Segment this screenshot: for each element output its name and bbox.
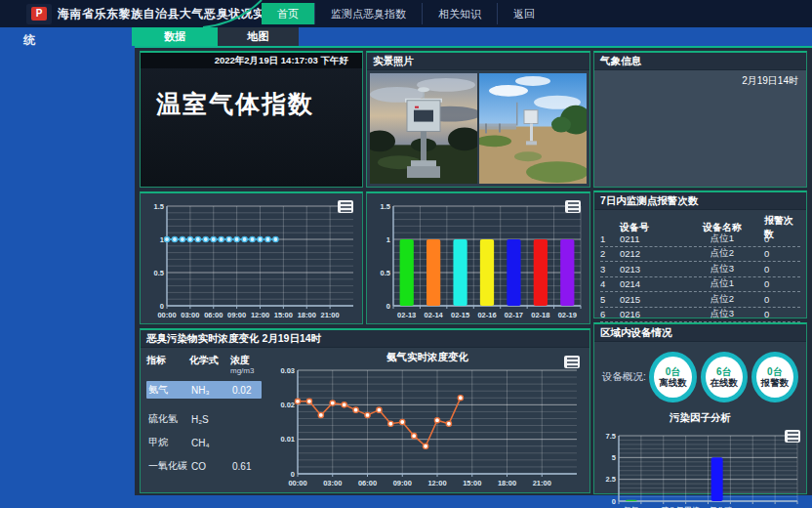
svg-text:1: 1: [160, 235, 164, 244]
nh3-trend-chart: 00.010.020.0300:0003:0006:0009:0012:0015…: [266, 349, 589, 491]
svg-text:15:00: 15:00: [463, 479, 481, 487]
view-tabs: 数据 地图: [132, 27, 299, 46]
alarm-table-row: 30213点位30: [600, 262, 800, 277]
col-indicator: 指标: [146, 354, 189, 367]
svg-text:06:00: 06:00: [358, 479, 377, 487]
alarm-table: 设备号 设备名称 报警次数 10211点位1020212点位2030213点位3…: [594, 210, 806, 322]
alarm-table-row: 10211点位10: [600, 232, 800, 247]
device-panel-header: 区域内设备情况: [594, 324, 806, 342]
svg-text:0: 0: [612, 497, 616, 506]
chart-menu-icon[interactable]: [565, 200, 581, 213]
svg-text:02-18: 02-18: [531, 311, 549, 319]
odor-concentration-table: 指标 化学式 浓度 mg/m3 氨气NH₃0.02硫化氢H₂S甲烷CH₄一氧化碳…: [141, 348, 265, 492]
nav-item-home[interactable]: 首页: [262, 3, 314, 24]
title-overflow-char: 统: [23, 32, 35, 49]
col-formula: 化学式: [189, 354, 230, 367]
svg-text:00:00: 00:00: [288, 479, 306, 487]
photos-panel: 实景照片: [366, 51, 590, 188]
chart-menu-icon[interactable]: [564, 356, 580, 368]
alarm-table-row: 20212点位20: [600, 247, 800, 263]
svg-text:21:00: 21:00: [321, 311, 340, 319]
svg-text:2.5: 2.5: [606, 475, 616, 484]
app-window: P 海南省乐东黎族自治县大气恶臭状况实时发布系 首页 监测点恶臭指数 相关知识 …: [0, 0, 812, 508]
svg-text:02-13: 02-13: [397, 311, 416, 319]
site-photo-1-image: [370, 73, 477, 184]
current-datetime: 2022年2月19日 14:17:03 下午好: [141, 53, 362, 68]
weather-body: 2月19日14时: [594, 70, 806, 187]
svg-text:09:00: 09:00: [227, 311, 246, 319]
svg-text:02-17: 02-17: [505, 311, 523, 319]
svg-text:02-15: 02-15: [451, 311, 469, 319]
svg-text:0.01: 0.01: [280, 435, 295, 444]
tab-data[interactable]: 数据: [132, 27, 218, 46]
svg-text:7.5: 7.5: [606, 432, 616, 441]
alarm-table-panel: 7日内监测点报警次数 设备号 设备名称 报警次数 10211点位1020212点…: [593, 190, 807, 318]
main-nav: 首页 监测点恶臭指数 相关知识 返回: [262, 3, 550, 24]
alarm-table-row: 40214点位10: [600, 277, 800, 293]
svg-text:0: 0: [291, 470, 295, 479]
odor-table-row: 甲烷CH₄: [146, 434, 262, 451]
stat-offline-count: 0台 离线数: [649, 352, 696, 402]
svg-text:06:00: 06:00: [204, 311, 223, 319]
daily-odor-bar-chart: 00.511.502-1302-1402-1502-1602-1702-1802…: [368, 194, 589, 322]
svg-text:02-19: 02-19: [558, 311, 577, 319]
ghg-index-chart: 00.511.500:0003:0006:0009:0012:0015:0018…: [142, 194, 361, 322]
svg-text:0.03: 0.03: [280, 366, 295, 375]
device-stats-row: 设备概况: 0台 离线数 6台 在线数 0台 报警数: [594, 342, 806, 402]
svg-text:09:00: 09:00: [393, 479, 412, 487]
pollution-factor-chart: 02.557.5氨气硫化氢甲烷一氧化碳: [595, 428, 805, 508]
odor-realtime-panel: 恶臭污染物实时浓度变化 2月19日14时 指标 化学式 浓度 mg/m3 氨气N…: [140, 328, 590, 493]
odor-table-row: 硫化氢H₂S: [146, 410, 262, 428]
svg-text:02-14: 02-14: [425, 311, 444, 319]
chart-menu-icon[interactable]: [338, 200, 353, 213]
svg-text:0.02: 0.02: [280, 401, 295, 409]
svg-text:02-16: 02-16: [477, 311, 496, 319]
stat-alarm-count: 0台 报警数: [751, 352, 798, 402]
svg-text:5: 5: [612, 453, 616, 462]
greeting-panel: 2022年2月19日 14:17:03 下午好 温室气体指数: [140, 51, 363, 188]
alarm-table-row: 50215点位20: [600, 292, 800, 308]
logo-glyph: P: [31, 7, 47, 21]
svg-text:15:00: 15:00: [274, 311, 293, 319]
dashboard: 2022年2月19日 14:17:03 下午好 温室气体指数 实景照片: [135, 46, 812, 495]
top-navbar: P 海南省乐东黎族自治县大气恶臭状况实时发布系 首页 监测点恶臭指数 相关知识 …: [0, 0, 812, 27]
svg-text:03:00: 03:00: [181, 311, 199, 319]
site-photo-2: [479, 73, 587, 184]
odor-table-row: 一氧化碳CO0.61: [146, 457, 262, 475]
chart-menu-icon[interactable]: [785, 430, 800, 443]
tab-map[interactable]: 地图: [218, 27, 299, 46]
odor-panel-header: 恶臭污染物实时浓度变化 2月19日14时: [141, 330, 589, 348]
site-photo-2-image: [479, 73, 587, 184]
svg-text:18:00: 18:00: [298, 311, 316, 319]
app-logo-icon: P: [26, 4, 52, 24]
col-concentration: 浓度: [230, 354, 265, 367]
pollution-chart-area: 02.557.5氨气硫化氢甲烷一氧化碳: [594, 427, 806, 508]
svg-text:1.5: 1.5: [381, 202, 390, 211]
photos-panel-header: 实景照片: [367, 53, 589, 70]
svg-text:00:00: 00:00: [157, 311, 176, 319]
daily-odor-chart-panel: 00.511.502-1302-1402-1502-1602-1702-1802…: [366, 191, 590, 324]
nav-item-knowledge[interactable]: 相关知识: [422, 3, 497, 24]
photos-body: [367, 70, 589, 187]
concentration-unit: mg/m3: [230, 366, 265, 375]
nav-item-odor-index[interactable]: 监测点恶臭指数: [314, 3, 422, 24]
stat-online-count: 6台 在线数: [701, 352, 748, 402]
page-title: 温室气体指数: [156, 88, 362, 120]
odor-table-row: 氨气NH₃0.02: [146, 381, 262, 399]
pollution-chart-title: 污染因子分析: [594, 411, 806, 425]
svg-text:03:00: 03:00: [323, 479, 342, 487]
svg-text:1: 1: [386, 235, 390, 244]
svg-text:12:00: 12:00: [427, 479, 446, 487]
weather-panel: 气象信息 2月19日14时: [593, 51, 807, 188]
site-photo-1: [370, 73, 477, 184]
alarm-table-row: 60216点位30: [600, 308, 800, 323]
svg-text:氨气实时浓度变化: 氨气实时浓度变化: [386, 351, 469, 362]
svg-text:0.5: 0.5: [381, 269, 390, 277]
svg-text:0: 0: [160, 302, 164, 311]
ghg-index-chart-panel: 00.511.500:0003:0006:0009:0012:0015:0018…: [140, 191, 363, 324]
nav-item-back[interactable]: 返回: [497, 3, 550, 24]
weather-panel-header: 气象信息: [594, 53, 806, 70]
svg-text:21:00: 21:00: [533, 479, 551, 487]
weather-date: 2月19日14时: [742, 74, 798, 88]
odor-table-header-row: 指标 化学式 浓度 mg/m3: [146, 354, 262, 375]
